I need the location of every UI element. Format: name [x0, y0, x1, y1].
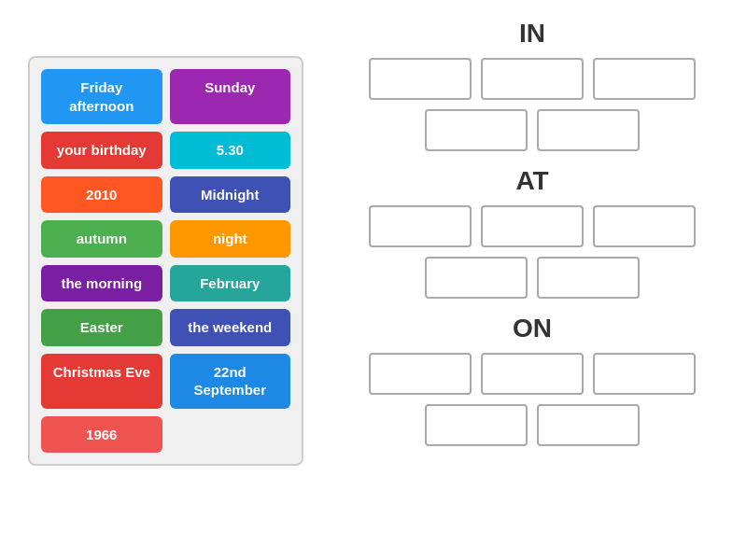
section-title-at: AT: [336, 166, 728, 196]
drop-row-0-0: [336, 58, 728, 100]
drop-box-0-1-1[interactable]: [537, 109, 640, 151]
drop-box-2-1-0[interactable]: [425, 404, 528, 446]
drop-box-0-1-0[interactable]: [425, 109, 528, 151]
word-tile-1[interactable]: Sunday: [170, 69, 291, 124]
drop-box-1-1-1[interactable]: [537, 257, 640, 299]
drop-row-1-0: [336, 205, 728, 247]
section-on: ON: [336, 314, 728, 446]
drop-box-1-1-0[interactable]: [425, 257, 528, 299]
drop-box-1-0-0[interactable]: [369, 205, 472, 247]
drop-box-0-0-2[interactable]: [593, 58, 696, 100]
word-tile-13[interactable]: 22nd September: [170, 354, 291, 409]
drop-zones-panel: INATON: [336, 19, 728, 461]
word-tile-7[interactable]: night: [170, 220, 291, 258]
drop-box-2-0-1[interactable]: [481, 353, 584, 395]
section-title-in: IN: [336, 19, 728, 49]
drop-box-1-0-1[interactable]: [481, 205, 584, 247]
drop-row-0-1: [336, 109, 728, 151]
drop-box-2-0-2[interactable]: [593, 353, 696, 395]
drop-box-2-1-1[interactable]: [537, 404, 640, 446]
word-tile-14[interactable]: 1966: [41, 416, 162, 454]
drop-box-1-0-2[interactable]: [593, 205, 696, 247]
word-tile-6[interactable]: autumn: [41, 220, 162, 258]
section-title-on: ON: [336, 314, 728, 343]
word-tile-12[interactable]: Christmas Eve: [41, 354, 162, 409]
drop-row-1-1: [336, 257, 728, 299]
drop-box-0-0-1[interactable]: [481, 58, 584, 100]
word-tile-4[interactable]: 2010: [41, 176, 162, 214]
section-at: AT: [336, 166, 728, 299]
word-tile-5[interactable]: Midnight: [170, 176, 291, 214]
drop-row-2-1: [336, 404, 728, 446]
drop-box-2-0-0[interactable]: [369, 353, 472, 395]
word-tile-9[interactable]: February: [170, 265, 291, 302]
word-tile-10[interactable]: Easter: [41, 309, 162, 346]
drop-box-0-0-0[interactable]: [369, 58, 472, 100]
word-tiles-panel: Friday afternoonSundayyour birthday5.302…: [28, 56, 303, 466]
word-tile-11[interactable]: the weekend: [170, 309, 291, 346]
word-tile-8[interactable]: the morning: [41, 265, 162, 302]
drop-row-2-0: [336, 353, 728, 395]
word-tile-3[interactable]: 5.30: [170, 132, 291, 169]
word-tile-0[interactable]: Friday afternoon: [41, 69, 162, 124]
section-in: IN: [336, 19, 728, 151]
word-tile-2[interactable]: your birthday: [41, 132, 162, 169]
